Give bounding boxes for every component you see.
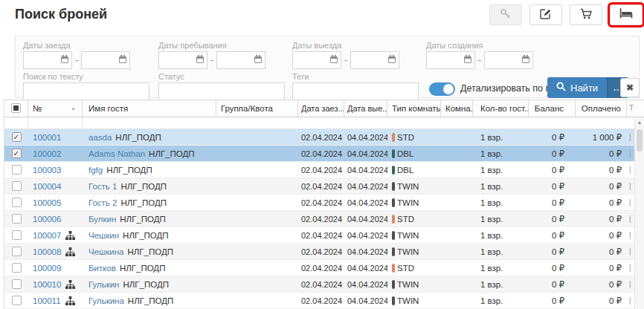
key-button[interactable]: [489, 4, 522, 25]
column-header-checkout[interactable]: Дата вые...: [344, 100, 387, 117]
checkbox-cell: [4, 227, 28, 243]
filter-cell: [28, 117, 83, 129]
column-header-group-quota[interactable]: Группа/Квота: [216, 100, 298, 117]
guest-name-link[interactable]: aasda: [88, 133, 112, 142]
scroll-up-icon[interactable]: ▲: [635, 120, 644, 125]
guest-name-link[interactable]: Чешкина: [88, 247, 124, 256]
bed-button[interactable]: [610, 4, 643, 25]
checkin-date-cell: 02.04.2024: [298, 244, 344, 259]
booking-number-link[interactable]: 100003: [33, 166, 61, 175]
column-header-balance[interactable]: Баланс: [529, 100, 576, 117]
status-input[interactable]: [158, 82, 285, 100]
clear-filters-button[interactable]: ✖: [620, 78, 640, 97]
column-header-room[interactable]: Комна...: [441, 100, 473, 117]
created-date-from-input[interactable]: [426, 51, 475, 69]
filter-label: Даты выезда: [292, 41, 399, 50]
guest-name-link[interactable]: Булкин: [88, 215, 116, 224]
row-checkbox[interactable]: [12, 181, 22, 191]
find-button[interactable]: Найти: [547, 77, 607, 98]
balance-cell: 0 ₽: [529, 211, 576, 227]
edit-button[interactable]: [529, 4, 562, 25]
row-checkbox[interactable]: [12, 279, 22, 289]
booking-number-link[interactable]: 100011: [33, 296, 61, 305]
booking-number-link[interactable]: 100006: [33, 215, 61, 224]
calendar-icon: [119, 56, 126, 63]
text-search-input[interactable]: [23, 82, 149, 100]
booking-number-cell: 100007: [28, 227, 83, 243]
booking-number-link[interactable]: 100001: [33, 133, 61, 142]
cart-button[interactable]: [570, 4, 602, 25]
checkout-date-to-input[interactable]: [350, 51, 399, 69]
guest-name-link[interactable]: Гулькин: [88, 280, 119, 289]
room-cell: [441, 162, 473, 178]
checkin-date-from-input[interactable]: [23, 51, 72, 69]
booking-number-link[interactable]: 100007: [33, 231, 61, 240]
column-header-truncated[interactable]: Т: [627, 100, 635, 117]
row-checkbox[interactable]: [12, 214, 22, 224]
table-row[interactable]: 100006БулкинНЛГ_ПОДП02.04.202404.04.2024…: [4, 211, 644, 227]
group-quota-cell: [216, 129, 298, 145]
booking-number-link[interactable]: 100009: [33, 264, 61, 273]
booking-number-link[interactable]: 100010: [33, 280, 61, 289]
cart-icon: [580, 8, 593, 22]
row-checkbox[interactable]: [12, 296, 22, 305]
table-row[interactable]: ✓100002Adams NathanНЛГ_ПОДП02.04.202404.…: [4, 146, 644, 162]
checkout-date-from-input[interactable]: [292, 51, 341, 69]
table-row[interactable]: 100003fgfgНЛГ_ПОДП02.04.202404.04.2024DB…: [4, 162, 644, 178]
row-checkbox[interactable]: ✓: [12, 132, 22, 142]
scrollbar-thumb[interactable]: [637, 129, 643, 152]
filter-label: Даты заезда: [23, 41, 130, 50]
column-header-guest-count[interactable]: Кол-во гост...: [473, 100, 529, 117]
balance-cell: 0 ₽: [529, 260, 576, 276]
table-row[interactable]: 100007ЧешкинНЛГ_ПОДП02.04.202404.04.2024…: [4, 227, 644, 244]
guest-name-link[interactable]: Битков: [88, 264, 116, 273]
table-row[interactable]: 100004Гость 1НЛГ_ПОДП02.04.202404.04.202…: [4, 178, 644, 195]
room-type-color-icon: [392, 231, 395, 240]
column-header-checkin[interactable]: Дата заез...: [298, 100, 344, 117]
booking-number-link[interactable]: 100002: [33, 149, 61, 158]
row-checkbox[interactable]: ✓: [12, 149, 22, 158]
filter-dates-checkout: Даты выезда -: [292, 41, 399, 69]
guest-name-link[interactable]: Adams Nathan: [88, 149, 145, 158]
guest-name-link[interactable]: Гость 2: [88, 198, 117, 207]
bookings-table: №▲ Имя гостя Группа/Квота Дата заез... Д…: [4, 100, 644, 309]
stay-date-from-input[interactable]: [158, 51, 207, 69]
row-checkbox[interactable]: [12, 198, 22, 207]
column-header-number[interactable]: №▲: [28, 100, 83, 117]
tags-input[interactable]: [292, 82, 419, 100]
table-row[interactable]: 100011ГулькинаНЛГ_ПОДП02.04.202404.04.20…: [4, 293, 644, 309]
group-booking-icon: [65, 296, 75, 305]
column-header-room-type[interactable]: Тип комнаты: [387, 100, 441, 117]
row-checkbox[interactable]: [12, 247, 22, 256]
stay-date-to-input[interactable]: [216, 51, 265, 69]
column-header-paid[interactable]: Оплачено: [576, 100, 627, 117]
room-type-cell: DBL: [387, 162, 441, 178]
created-date-to-input[interactable]: [484, 51, 533, 69]
row-checkbox[interactable]: [12, 165, 22, 175]
column-header-guest-name[interactable]: Имя гостя: [83, 100, 216, 117]
row-checkbox[interactable]: [12, 230, 22, 240]
booking-number-link[interactable]: 100008: [33, 247, 61, 256]
vertical-scrollbar[interactable]: ▲: [634, 117, 644, 309]
row-checkbox[interactable]: [12, 263, 22, 273]
table-row[interactable]: 100009БитковНЛГ_ПОДП02.04.202404.04.2024…: [4, 260, 644, 276]
booking-number-link[interactable]: 100004: [33, 182, 61, 191]
booking-number-link[interactable]: 100005: [33, 198, 61, 207]
guest-tag: НЛГ_ПОДП: [123, 231, 169, 240]
paid-cell: 0 ₽: [576, 162, 627, 178]
guest-name-link[interactable]: Чешкин: [88, 231, 119, 240]
table-row[interactable]: 100010ГулькинНЛГ_ПОДП02.04.202404.04.202…: [4, 276, 644, 293]
table-row[interactable]: 100005Гость 2НЛГ_ПОДП02.04.202404.04.202…: [4, 195, 644, 211]
checkin-date-cell: 02.04.2024: [298, 293, 344, 308]
table-row[interactable]: 100008ЧешкинаНЛГ_ПОДП02.04.202404.04.202…: [4, 244, 644, 260]
balance-cell: 0 ₽: [529, 162, 576, 178]
guest-name-link[interactable]: Гулькина: [88, 296, 124, 305]
table-row[interactable]: ✓100001aasdaНЛГ_ПОДП02.04.202404.04.2024…: [4, 129, 644, 146]
guest-name-link[interactable]: fgfg: [88, 166, 103, 175]
room-type-color-icon: [392, 247, 395, 256]
select-all-checkbox[interactable]: [4, 100, 28, 117]
calendar-icon: [388, 56, 396, 63]
guest-name-link[interactable]: Гость 1: [88, 182, 117, 191]
guest-detail-toggle[interactable]: [429, 82, 455, 96]
checkin-date-to-input[interactable]: [81, 51, 130, 69]
